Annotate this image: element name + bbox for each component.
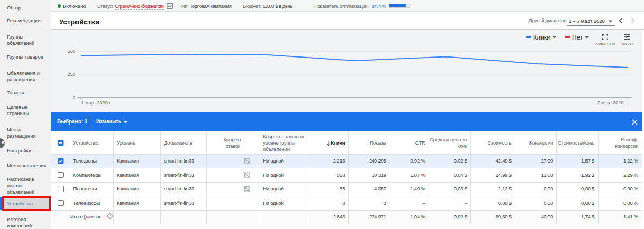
- svg-text:?: ?: [109, 214, 111, 218]
